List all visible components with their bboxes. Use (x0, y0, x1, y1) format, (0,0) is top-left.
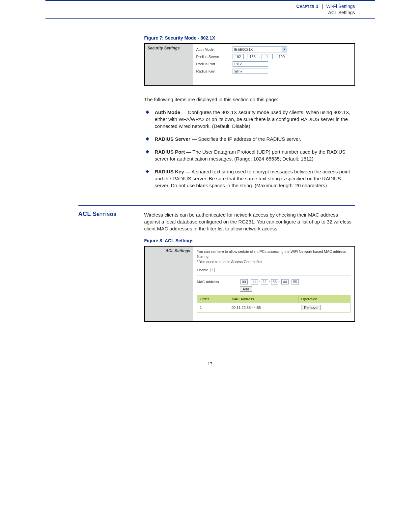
page-number: – 17 – (45, 361, 375, 366)
section-intro-text: The following items are displayed in thi… (144, 96, 355, 103)
acl-table: Order MAC Address Operation 1 00:11:22:3… (197, 295, 350, 312)
radius-server-label: Radius Server (196, 55, 233, 59)
radius-ip-octet-1[interactable]: 192 (233, 54, 244, 59)
chapter-label: Chapter 1 (296, 4, 319, 9)
col-operation: Operation (298, 295, 350, 303)
radius-key-label: Radius Key (196, 69, 233, 73)
header-thin-rule (45, 18, 375, 19)
security-settings-panel: Security Settings Auth Mode IEEE8021X ▾ … (144, 43, 355, 86)
mac-octet-1[interactable]: 00 (240, 279, 248, 284)
auth-mode-value: IEEE8021X (234, 47, 253, 51)
radius-key-input[interactable]: ralink (233, 69, 268, 74)
radius-server-ip: 192. 168. 1. 100 (233, 54, 287, 59)
mac-address-label: MAC Address (197, 280, 240, 284)
figure-7-caption: Figure 7: Security Mode - 802.1X (144, 35, 355, 41)
radius-key-desc: — A shared text string used to encrypt m… (155, 169, 350, 188)
radius-ip-octet-2[interactable]: 168 (247, 54, 258, 59)
acl-note: You can set here to allow certain client… (197, 249, 350, 264)
enable-label: Enable (197, 268, 208, 272)
definition-list: Auth Mode — Configures the 802.1X securi… (144, 109, 355, 189)
acl-settings-panel: ACL Settings You can set here to allow c… (144, 246, 355, 322)
radius-ip-octet-3[interactable]: 1 (262, 54, 273, 59)
acl-settings-side-label: ACL Settings (145, 247, 193, 321)
acl-settings-heading: ACL Settings (78, 209, 144, 322)
add-button[interactable]: Add (240, 286, 252, 292)
col-order: Order (197, 295, 229, 303)
table-header-row: Order MAC Address Operation (197, 295, 350, 303)
radius-port-label: Radius Port (196, 62, 233, 66)
radius-key-term: RADIUS Key (155, 169, 184, 174)
auth-mode-select[interactable]: IEEE8021X ▾ (233, 46, 287, 52)
cell-order: 1 (197, 303, 229, 312)
table-row: 1 00:11:22:33:44:55 Remove (197, 303, 350, 312)
mac-octet-3[interactable]: 22 (261, 279, 268, 284)
auth-mode-desc: — Configures the 802.1X security mode us… (155, 109, 350, 129)
col-mac: MAC Address (229, 295, 298, 303)
radius-server-term: RADIUS Server (155, 136, 190, 142)
mac-octet-2[interactable]: 11 (251, 279, 258, 284)
acl-intro-text: Wireless clients can be authenticated fo… (144, 211, 355, 232)
auth-mode-term: Auth Mode (155, 109, 180, 115)
list-item: RADIUS Server — Specifies the IP address… (144, 135, 355, 142)
list-item: Auth Mode — Configures the 802.1X securi… (144, 109, 355, 130)
radius-server-desc: — Specifies the IP address of the RADIUS… (190, 136, 301, 142)
auth-mode-label: Auth Mode (196, 47, 233, 51)
header-subsection: ACL Settings (328, 10, 355, 15)
section-rule (78, 205, 355, 206)
acl-note-line1: You can set here to allow certain client… (197, 250, 346, 258)
header-section: Wi-Fi Settings (326, 4, 355, 9)
mac-octet-4[interactable]: 33 (271, 279, 278, 284)
header-pipe: | (320, 4, 325, 9)
remove-button[interactable]: Remove (301, 305, 321, 310)
list-item: RADIUS Port — The User Datagram Protocol… (144, 148, 355, 162)
list-item: RADIUS Key — A shared text string used t… (144, 168, 355, 189)
figure-8-caption: Figure 8: ACL Settings (144, 238, 355, 243)
radius-port-input[interactable]: 1812 (233, 61, 268, 67)
enable-checkbox[interactable]: ✓ (210, 268, 215, 272)
chevron-down-icon: ▾ (282, 47, 287, 52)
security-settings-side-label: Security Settings (145, 44, 193, 85)
mac-octet-5[interactable]: 44 (281, 279, 289, 284)
divider (197, 276, 350, 276)
cell-mac: 00:11:22:33:44:55 (229, 303, 298, 312)
radius-ip-octet-4[interactable]: 100 (276, 54, 287, 59)
acl-note-line2: * You need to enable Access Control firs… (197, 260, 264, 264)
mac-octet-6[interactable]: 55 (292, 279, 299, 284)
running-header: Chapter 1 | Wi-Fi Settings ACL Settings (45, 1, 375, 18)
radius-port-term: RADIUS Port (155, 149, 185, 155)
